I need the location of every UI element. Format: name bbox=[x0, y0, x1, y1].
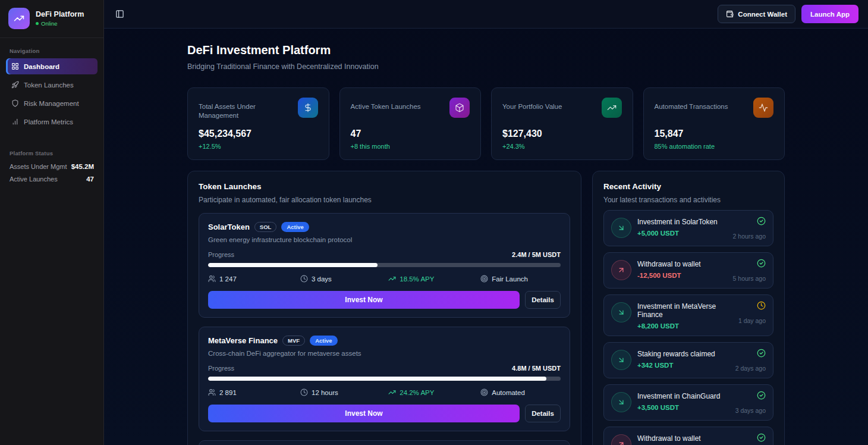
sidebar-item-risk-management[interactable]: Risk Management bbox=[6, 95, 98, 111]
launch-name: SolarToken bbox=[208, 223, 250, 231]
details-button[interactable]: Details bbox=[525, 405, 561, 422]
progress-bar-fill bbox=[208, 377, 546, 381]
recent-activity-subtitle: Your latest transactions and activities bbox=[603, 196, 773, 204]
activity-amount: +5,000 USDT bbox=[637, 230, 727, 237]
connect-wallet-button[interactable]: Connect Wallet bbox=[718, 5, 795, 23]
stat-card: Your Portfolio Value$127,430+24.3% bbox=[491, 87, 633, 160]
invest-now-button[interactable]: Invest Now bbox=[208, 405, 520, 422]
stat-card: Active Token Launches47+8 this month bbox=[339, 87, 482, 160]
stat-card-label: Total Assets Under Management bbox=[199, 98, 288, 120]
check-circle-icon bbox=[757, 349, 766, 358]
stat-card-value: $45,234,567 bbox=[199, 129, 318, 139]
activity-time: 5 hours ago bbox=[733, 275, 766, 282]
platform-status-row-value: 47 bbox=[86, 176, 94, 183]
target-icon bbox=[480, 388, 488, 396]
activity-amount: +3,500 USDT bbox=[637, 404, 729, 411]
sidebar-toggle-button[interactable] bbox=[112, 7, 127, 21]
token-launches-subtitle: Participate in automated, fair allocatio… bbox=[199, 196, 570, 204]
clock-icon bbox=[300, 275, 308, 283]
status-completed-icon bbox=[757, 217, 766, 228]
launch-card: MetaVerse FinanceMVFActiveCross-chain De… bbox=[199, 327, 570, 431]
wallet-icon bbox=[726, 10, 734, 18]
platform-status-row-label: Active Launches bbox=[10, 176, 58, 183]
sidebar-item-token-launches[interactable]: Token Launches bbox=[6, 77, 98, 93]
apy-value: 24.2% APY bbox=[388, 388, 480, 396]
sidebar-item-label: Risk Management bbox=[24, 100, 79, 107]
invest-now-button[interactable]: Invest Now bbox=[208, 291, 520, 309]
bar-chart-icon bbox=[11, 118, 19, 126]
content: DeFi Investment Platform Bridging Tradit… bbox=[104, 29, 868, 445]
rocket-icon bbox=[11, 81, 19, 89]
activity-item: Investment in MetaVerse Finance+8,200 US… bbox=[603, 294, 773, 336]
trending-up-icon bbox=[388, 275, 396, 283]
main-area: Connect Wallet Launch App DeFi Investmen… bbox=[104, 0, 868, 445]
launch-symbol-badge: MVF bbox=[282, 336, 305, 346]
arrow-up-right-icon bbox=[617, 266, 625, 274]
activity-title: Withdrawal to wallet bbox=[637, 259, 727, 268]
deposit-icon bbox=[611, 392, 631, 412]
online-status: Online bbox=[36, 20, 84, 27]
stats-grid: Total Assets Under Management$45,234,567… bbox=[187, 87, 785, 160]
platform-status-row: Assets Under Mgmt$45.2M bbox=[6, 161, 98, 173]
trending-up-icon bbox=[14, 13, 24, 24]
stat-card: Automated Transactions15,84785% automati… bbox=[643, 87, 785, 160]
activity-time: 2 days ago bbox=[735, 365, 766, 372]
activity-title: Investment in ChainGuard bbox=[637, 391, 729, 400]
launch-app-button[interactable]: Launch App bbox=[801, 5, 858, 23]
layout-grid-icon bbox=[11, 62, 19, 70]
progress-label: Progress bbox=[208, 251, 234, 258]
activity-item: Staking rewards claimed+342 USDT2 days a… bbox=[603, 342, 773, 378]
page-subtitle: Bridging Traditional Finance with Decent… bbox=[187, 62, 785, 71]
time-remaining: 3 days bbox=[300, 275, 388, 283]
sidebar-item-dashboard[interactable]: Dashboard bbox=[6, 58, 98, 74]
sidebar-item-platform-metrics[interactable]: Platform Metrics bbox=[6, 114, 98, 130]
package-icon bbox=[455, 103, 464, 112]
topbar: Connect Wallet Launch App bbox=[104, 0, 868, 29]
check-circle-icon bbox=[757, 259, 766, 268]
activity-amount: +8,200 USDT bbox=[637, 322, 732, 330]
arrow-down-right-icon bbox=[617, 224, 625, 232]
deposit-icon bbox=[611, 218, 631, 238]
launch-description: Green energy infrastructure blockchain p… bbox=[208, 236, 561, 243]
progress-value: 4.8M / 5M USDT bbox=[512, 365, 561, 372]
token-launches-title: Token Launches bbox=[199, 182, 570, 191]
arrow-down-right-icon bbox=[617, 308, 625, 316]
brand-name: DeFi Platform bbox=[36, 10, 84, 18]
participants-count: 1 247 bbox=[208, 275, 300, 283]
stat-card-label: Active Token Launches bbox=[351, 98, 421, 111]
page-title: DeFi Investment Platform bbox=[187, 43, 785, 57]
shield-icon bbox=[11, 99, 19, 107]
clock-icon bbox=[757, 301, 766, 310]
status-completed-icon bbox=[757, 433, 766, 444]
users-icon bbox=[208, 388, 216, 396]
arrow-down-right-icon bbox=[617, 398, 625, 406]
stat-card-label: Your Portfolio Value bbox=[502, 98, 562, 111]
trending-up-icon bbox=[607, 103, 617, 112]
trending-up-icon bbox=[388, 388, 396, 396]
activity-time: 2 hours ago bbox=[733, 233, 766, 240]
activity-title: Withdrawal to wallet bbox=[637, 433, 729, 443]
progress-value: 2.4M / 5M USDT bbox=[512, 251, 561, 258]
activity-item: Investment in ChainGuard+3,500 USDT3 day… bbox=[603, 384, 773, 421]
stat-card-value: 15,847 bbox=[655, 129, 774, 139]
platform-status-row: Active Launches47 bbox=[6, 173, 98, 186]
participants-count: 2 891 bbox=[208, 388, 300, 396]
arrow-down-right-icon bbox=[617, 356, 625, 364]
activity-title: Investment in MetaVerse Finance bbox=[637, 301, 732, 319]
brand-logo bbox=[8, 8, 30, 29]
progress-bar bbox=[208, 377, 561, 381]
activity-list: Investment in SolarToken+5,000 USDT2 hou… bbox=[603, 210, 773, 445]
withdrawal-icon bbox=[611, 434, 631, 445]
stat-card-change: +24.3% bbox=[502, 143, 622, 150]
stat-card-change: 85% automation rate bbox=[655, 143, 774, 150]
launch-card: SolarTokenSOLActiveGreen energy infrastr… bbox=[199, 213, 570, 318]
activity-item: Withdrawal to wallet-12,500 USDT5 hours … bbox=[603, 252, 773, 289]
launch-status-badge: Active bbox=[281, 222, 309, 232]
activity-title: Staking rewards claimed bbox=[637, 349, 729, 358]
activity-title: Investment in SolarToken bbox=[637, 217, 727, 226]
status-completed-icon bbox=[757, 259, 766, 270]
progress-bar-fill bbox=[208, 263, 378, 267]
activity-item: Investment in SolarToken+5,000 USDT2 hou… bbox=[603, 210, 773, 246]
status-completed-icon bbox=[757, 349, 766, 360]
details-button[interactable]: Details bbox=[525, 291, 561, 309]
